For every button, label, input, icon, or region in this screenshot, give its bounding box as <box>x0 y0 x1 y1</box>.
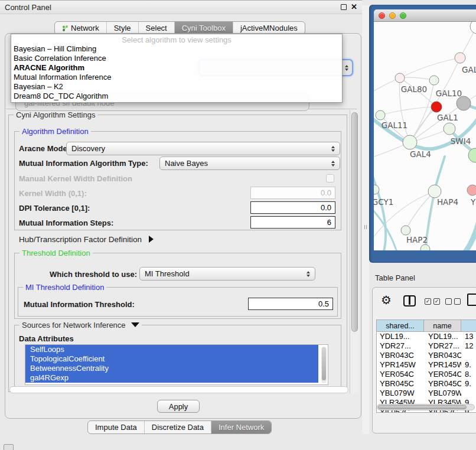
which-threshold-label: Which threshold to use: <box>50 270 137 279</box>
node-label-gal80: GAL80 <box>401 84 427 94</box>
node-bottom-partial[interactable] <box>420 244 430 250</box>
table-row[interactable]: YER054CYER054C8. <box>377 370 476 379</box>
mi-type-combo[interactable]: Naive Bayes <box>159 156 340 170</box>
table-cell: YPR145W <box>377 360 424 370</box>
combo-stepper-icon <box>331 146 335 152</box>
aracne-mode-combo[interactable]: Discovery <box>66 142 340 155</box>
tab-cyni-toolbox[interactable]: Cyni Toolbox <box>174 22 233 34</box>
bottom-left-chip[interactable] <box>4 444 14 450</box>
split-view-icon[interactable] <box>403 295 416 306</box>
hub-section-toggle[interactable]: Hub/Transcription Factor Definition <box>19 235 154 244</box>
algorithm-list: Bayesian – Hill ClimbingBasic Correlatio… <box>11 44 342 101</box>
dpi-tolerance-field[interactable]: 0.0 <box>250 201 335 214</box>
tab-discretize-data[interactable]: Discretize Data <box>144 421 211 433</box>
node-gal80[interactable] <box>395 73 405 83</box>
table-toolbar: ⚙ ✓✓ <box>373 288 476 318</box>
node-hap2[interactable] <box>401 226 410 235</box>
mi-type-label: Mutual Information Algorithm Type: <box>19 159 148 168</box>
panel-splitter[interactable] <box>362 5 369 434</box>
attribute-betweennesscentrality[interactable]: BetweennessCentrality <box>25 364 318 373</box>
table-panel-title: Table Panel <box>375 273 415 282</box>
table-row[interactable]: YDL19...YDL19...13 <box>377 332 476 341</box>
network-window-titlebar[interactable] <box>374 9 476 22</box>
table-row[interactable]: YBR045CYBR045C9. <box>377 379 476 389</box>
tab-label: Cyni Toolbox <box>182 24 226 32</box>
attributes-scrollbar[interactable] <box>321 347 327 383</box>
aracne-mode-value: Discovery <box>71 144 331 153</box>
tab-impute-data[interactable]: Impute Data <box>88 421 144 433</box>
control-panel-title: Control Panel <box>5 3 51 12</box>
tab-label: Network <box>71 24 99 32</box>
attribute-topologicalcoefficient[interactable]: TopologicalCoefficient <box>25 354 318 364</box>
settings-vscrollbar[interactable] <box>350 110 358 393</box>
tab-style[interactable]: Style <box>106 22 138 34</box>
node-gal11[interactable] <box>376 110 385 120</box>
data-attributes-list[interactable]: SelfLoopsTopologicalCoefficientBetweenne… <box>25 344 328 385</box>
node-hap4[interactable] <box>428 185 441 198</box>
node-gal10[interactable] <box>429 76 439 85</box>
algorithm-option-bayesian-k2[interactable]: Bayesian – K2 <box>11 82 342 92</box>
attribute-gal4rgexp[interactable]: gal4RGexp <box>25 373 318 383</box>
table-cell: 12 <box>461 341 476 351</box>
gear-icon[interactable]: ⚙ <box>381 293 392 307</box>
tab-select[interactable]: Select <box>138 22 174 34</box>
column-header-a[interactable]: A <box>461 320 476 331</box>
aracne-mode-label: Aracne Mode: <box>19 144 70 153</box>
settings-hscrollbar[interactable] <box>9 386 348 393</box>
tab-infer-network[interactable]: Infer Network <box>211 421 271 433</box>
minimize-traffic-light-icon[interactable] <box>389 12 396 19</box>
algorithm-option-dream8-dc-tdc-algorithm[interactable]: Dream8 DC_TDC Algorithm <box>11 92 342 101</box>
tab-network[interactable]: Network <box>55 22 106 34</box>
table-row[interactable]: YPR145WYPR145W9. <box>377 360 476 370</box>
node-gal8-partial[interactable] <box>455 53 465 63</box>
node-gray-node[interactable] <box>457 96 471 110</box>
table-row[interactable]: YBL079WYBL079W <box>377 389 476 398</box>
algorithm-dropdown-popup: Select algorithm to view settings Bayesi… <box>11 34 343 103</box>
data-attributes-label: Data Attributes <box>19 334 74 343</box>
network-canvas[interactable]: GAL8GAL80GAL10GAL1GAL11SWI4GAL4GCY1HAP4Y… <box>374 22 476 250</box>
table-cell: YBR045C <box>424 379 461 389</box>
algorithm-option-aracne-algorithm[interactable]: ARACNE Algorithm <box>11 63 342 73</box>
close-traffic-light-icon[interactable] <box>379 12 385 19</box>
algorithm-option-mutual-information-inference[interactable]: Mutual Information Inference <box>11 73 342 82</box>
table-panel: ⚙ ✓✓ shared...nameA YDL19...YDL19...13YD… <box>372 287 476 433</box>
algorithm-option-basic-correlation-inference[interactable]: Basic Correlation Inference <box>11 54 342 63</box>
mi-threshold-field[interactable]: 0.5 <box>248 298 333 310</box>
float-icon[interactable] <box>341 4 347 10</box>
table-row[interactable]: YBR043CYBR043C <box>377 351 476 360</box>
column-header-name[interactable]: name <box>424 320 461 331</box>
document-icon[interactable] <box>467 294 476 306</box>
table-cell: 13 <box>461 332 476 341</box>
mi-steps-field[interactable]: 6 <box>250 216 335 229</box>
node-salmon-node[interactable] <box>467 185 476 195</box>
table-cell: YDL19... <box>377 332 424 341</box>
node-red-node[interactable] <box>431 102 442 112</box>
apply-button[interactable]: Apply <box>157 400 200 413</box>
zoom-traffic-light-icon[interactable] <box>400 12 406 19</box>
node-gal1[interactable] <box>444 123 455 135</box>
attribute-selfloops[interactable]: SelfLoops <box>25 345 318 354</box>
node-gal4[interactable] <box>403 135 417 149</box>
tab-label: Impute Data <box>95 423 137 432</box>
close-icon[interactable]: ✕ <box>351 4 357 10</box>
threshold-definition-title: Threshold Definition <box>19 249 93 257</box>
collapse-arrow-icon[interactable] <box>131 322 139 327</box>
table-cell: YDL19... <box>424 332 461 341</box>
column-header-shared[interactable]: shared... <box>377 320 424 331</box>
kernel-width-label: Kernel Width (0,1): <box>19 189 87 198</box>
kernel-width-field[interactable]: 0.0 <box>250 187 335 199</box>
mi-threshold-label: Mutual Information Threshold: <box>24 300 135 309</box>
unchecked-columns-icon[interactable] <box>445 298 461 305</box>
table-row[interactable]: YDR27...YDR27...12 <box>377 341 476 351</box>
node-partial-top-right[interactable] <box>470 22 476 34</box>
algorithm-definition-title: Algorithm Definition <box>19 127 91 136</box>
which-threshold-combo[interactable]: MI Threshold <box>139 267 315 281</box>
checked-columns-icon[interactable]: ✓✓ <box>425 298 440 305</box>
sources-title[interactable]: Sources for Network Inference <box>19 321 142 330</box>
algorithm-option-bayesian-hill-climbing[interactable]: Bayesian – Hill Climbing <box>11 44 342 54</box>
table-header: shared...nameA <box>377 320 476 332</box>
tab-jactivemnodules[interactable]: jActiveMNodules <box>233 22 305 34</box>
manual-kernel-checkbox[interactable] <box>326 174 334 182</box>
table-hscrollbar[interactable] <box>377 404 475 410</box>
expand-arrow-icon[interactable] <box>149 236 154 243</box>
